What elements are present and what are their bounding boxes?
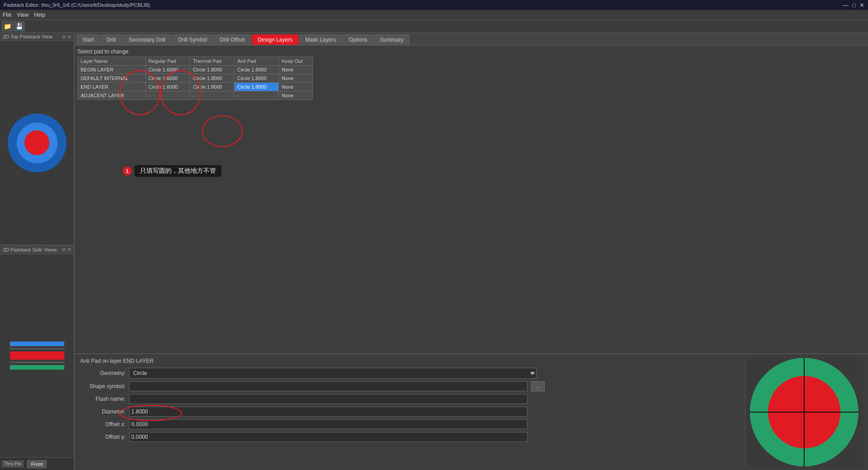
inner-red-circle xyxy=(24,130,49,155)
diameter-row: Diameter: xyxy=(80,407,739,417)
maximize-button[interactable]: □ xyxy=(852,2,856,9)
anti-pad-cell-selected[interactable]: Circle 1.8000 xyxy=(234,83,278,91)
tab-drill[interactable]: Drill xyxy=(101,34,122,45)
shape-symbol-input[interactable] xyxy=(129,381,528,391)
side-view-expand-icon[interactable]: ⊡ xyxy=(62,247,66,252)
crosshair-vertical xyxy=(804,358,805,466)
regular-pad-cell: Circle 1.6000 xyxy=(145,66,190,74)
diameter-input[interactable] xyxy=(129,407,528,417)
menu-help[interactable]: Help xyxy=(34,12,45,18)
anti-pad-cell: - xyxy=(234,91,278,100)
thermal-pad-cell: Circle 1.8000 xyxy=(190,83,234,91)
right-preview xyxy=(745,358,863,466)
keepout-cell: None xyxy=(279,83,313,91)
top-view-close-icon[interactable]: ✕ xyxy=(67,34,71,39)
side-bar-green xyxy=(10,365,64,370)
col-layer-name: Layer Name xyxy=(78,57,146,66)
right-panel: Start Drill Secondary Drill Drill Symbol… xyxy=(75,33,868,470)
tab-drill-symbol[interactable]: Drill Symbol xyxy=(172,34,213,45)
pad-table: Layer Name Regular Pad Thermal Pad Anti … xyxy=(77,57,313,100)
table-row[interactable]: DEFAULT INTERNAL Circle 1.6000 Circle 1.… xyxy=(78,74,313,83)
offset-y-row: Offset y: xyxy=(80,432,739,442)
window-controls: — □ ✕ xyxy=(843,2,864,9)
minimize-button[interactable]: — xyxy=(843,2,849,9)
close-button[interactable]: ✕ xyxy=(859,2,864,9)
form-fields: Anti Pad on layer END LAYER Geometry: Ci… xyxy=(80,358,739,466)
thermal-pad-cell: Circle 1.8000 xyxy=(190,66,234,74)
side-view-area xyxy=(0,254,74,458)
tab-options[interactable]: Options xyxy=(343,34,373,45)
annotation-badge: 1 xyxy=(123,166,132,176)
menu-file[interactable]: File xyxy=(3,12,11,18)
geometry-row: Geometry: Circle ▼ xyxy=(80,368,739,379)
tabs-bar: Start Drill Secondary Drill Drill Symbol… xyxy=(75,33,868,46)
col-keep-out: Keep Out xyxy=(279,57,313,66)
table-row[interactable]: END LAYER Circle 1.6000 Circle 1.8000 Ci… xyxy=(78,83,313,91)
main-layout: 2D Top Padstack View ⊡ ✕ 2D Padstack Sid… xyxy=(0,33,868,470)
geometry-select[interactable]: Circle xyxy=(129,368,537,379)
tab-summary[interactable]: Summary xyxy=(374,34,409,45)
shape-symbol-label: Shape symbol: xyxy=(80,383,125,389)
col-regular-pad: Regular Pad xyxy=(145,57,190,66)
annotation-text: 只填写圆的，其他地方不管 xyxy=(134,165,221,177)
front-tab-button[interactable]: Front xyxy=(27,460,47,468)
flash-name-input[interactable] xyxy=(129,394,528,404)
side-gap-1 xyxy=(10,348,64,350)
left-panel: 2D Top Padstack View ⊡ ✕ 2D Padstack Sid… xyxy=(0,33,75,470)
form-title: Anti Pad on layer END LAYER xyxy=(80,358,739,364)
select-pad-label: Select pad to change xyxy=(77,48,865,55)
offset-y-label: Offset y: xyxy=(80,434,125,440)
titlebar: Padstack Editor: thru_0r9_1r6 (C:/Users/… xyxy=(0,0,868,10)
table-row[interactable]: ADJACENT LAYER - - - None xyxy=(78,91,313,100)
offset-x-input[interactable] xyxy=(129,419,528,429)
col-anti-pad: Anti Pad xyxy=(234,57,278,66)
annotation-container: 1 只填写圆的，其他地方不管 xyxy=(123,165,221,177)
offset-y-input[interactable] xyxy=(129,432,528,442)
diameter-label: Diameter: xyxy=(80,408,125,415)
thermal-pad-cell: Circle 1.8000 xyxy=(190,74,234,83)
top-view-header: 2D Top Padstack View ⊡ ✕ xyxy=(0,33,74,41)
side-tab-button[interactable]: Thru Pin xyxy=(2,461,24,467)
layer-name-cell: END LAYER xyxy=(78,83,146,91)
tab-drill-offset[interactable]: Drill Offset xyxy=(214,34,251,45)
keepout-cell: None xyxy=(279,91,313,100)
geometry-label: Geometry: xyxy=(80,370,125,376)
shape-symbol-button[interactable]: ... xyxy=(531,381,545,391)
tab-start[interactable]: Start xyxy=(77,34,100,45)
top-view-area xyxy=(0,41,74,245)
anti-pad-cell: Circle 1.8000 xyxy=(234,66,278,74)
toolbar: 📁 💾 xyxy=(0,20,868,33)
side-gap-2 xyxy=(10,361,64,363)
keepout-cell: None xyxy=(279,74,313,83)
offset-x-row: Offset x: xyxy=(80,419,739,429)
keepout-cell: None xyxy=(279,66,313,74)
form-area: Anti Pad on layer END LAYER Geometry: Ci… xyxy=(75,353,868,470)
offset-x-label: Offset x: xyxy=(80,421,125,427)
regular-pad-cell: - xyxy=(145,91,190,100)
save-button[interactable]: 💾 xyxy=(14,21,24,31)
flash-name-row: Flash name: xyxy=(80,394,739,404)
regular-pad-cell: Circle 1.6000 xyxy=(145,74,190,83)
tab-secondary-drill[interactable]: Secondary Drill xyxy=(123,34,171,45)
open-button[interactable]: 📁 xyxy=(2,21,13,31)
shape-symbol-row: Shape symbol: ... xyxy=(80,381,739,391)
tab-design-layers[interactable]: Design Layers xyxy=(252,34,298,45)
side-view-close-icon[interactable]: ✕ xyxy=(67,247,71,252)
side-view-label: 2D Padstack Side Views xyxy=(3,247,57,252)
red-oval-anti-end xyxy=(202,115,243,147)
table-container: Layer Name Regular Pad Thermal Pad Anti … xyxy=(77,57,865,100)
top-view-expand-icon[interactable]: ⊡ xyxy=(62,34,66,39)
col-thermal-pad: Thermal Pad xyxy=(190,57,234,66)
anti-pad-cell: Circle 1.8000 xyxy=(234,74,278,83)
window-title: Padstack Editor: thru_0r9_1r6 (C:/Users/… xyxy=(4,2,843,8)
preview-circles xyxy=(750,358,858,466)
side-view-header: 2D Padstack Side Views ⊡ ✕ xyxy=(0,246,74,254)
regular-pad-cell: Circle 1.6000 xyxy=(145,83,190,91)
select-pad-section: Select pad to change Layer Name Regular … xyxy=(75,46,868,353)
table-row[interactable]: BEGIN LAYER Circle 1.6000 Circle 1.8000 … xyxy=(78,66,313,74)
thermal-pad-cell: - xyxy=(190,91,234,100)
layer-name-cell: DEFAULT INTERNAL xyxy=(78,74,146,83)
top-view-circles xyxy=(8,114,67,172)
tab-mask-layers[interactable]: Mask Layers xyxy=(299,34,342,45)
menu-view[interactable]: View xyxy=(17,12,29,18)
